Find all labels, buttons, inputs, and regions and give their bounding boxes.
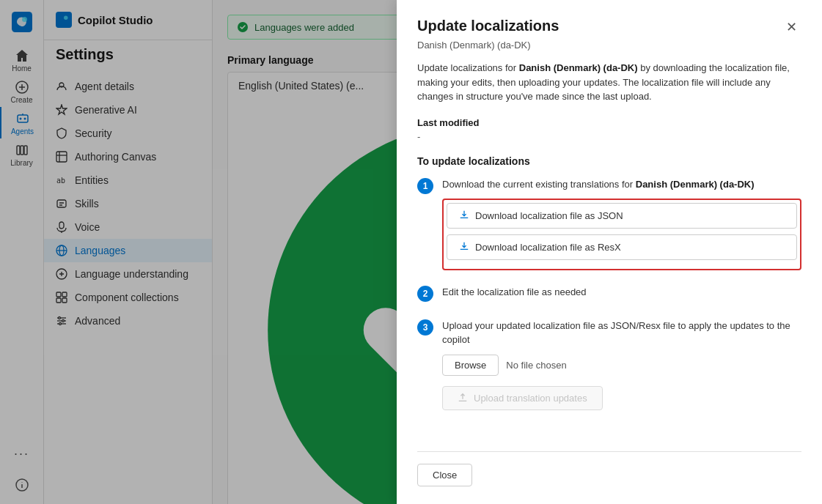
upload-translation-button[interactable]: Upload translation updates <box>442 386 603 410</box>
step-3-number: 3 <box>417 319 433 336</box>
download-json-button[interactable]: Download localization file as JSON <box>447 203 797 229</box>
modal-close-footer-button[interactable]: Close <box>417 464 472 486</box>
upload-icon <box>458 393 468 403</box>
step-3: 3 Upload your updated localization file … <box>417 319 801 410</box>
to-update-label: To update localizations <box>417 155 801 167</box>
no-file-text: No file chosen <box>506 360 566 371</box>
modal-header: Update localizations ✕ <box>417 18 801 37</box>
modal-close-button[interactable]: ✕ <box>782 18 801 37</box>
browse-row: Browse No file chosen <box>442 355 801 376</box>
step-2-text: Edit the localization file as needed <box>442 285 801 300</box>
step-2-content: Edit the localization file as needed <box>442 285 801 307</box>
step-1-content: Download the current existing translatio… <box>442 177 801 274</box>
modal-title: Update localizations <box>417 18 559 34</box>
modal-subtitle: Danish (Denmark) (da-DK) <box>417 40 801 51</box>
step-2-number: 2 <box>417 286 433 302</box>
download-buttons-wrapper: Download localization file as JSON Downl… <box>442 199 801 270</box>
modal-description: Update localizations for Danish (Denmark… <box>417 61 801 104</box>
step-1-text: Download the current existing translatio… <box>442 177 801 192</box>
step-1-number: 1 <box>417 178 433 194</box>
step-3-text: Upload your updated localization file as… <box>442 319 801 347</box>
download-json-icon <box>459 210 469 222</box>
last-modified-value: - <box>417 131 801 142</box>
modal-overlay: Update localizations ✕ Danish (Denmark) … <box>0 0 822 504</box>
step-1: 1 Download the current existing translat… <box>417 177 801 274</box>
step-2: 2 Edit the localization file as needed <box>417 285 801 307</box>
download-resx-icon <box>459 241 469 253</box>
step-3-content: Upload your updated localization file as… <box>442 319 801 410</box>
browse-button[interactable]: Browse <box>442 355 499 376</box>
modal-footer: Close <box>417 451 801 486</box>
download-resx-button[interactable]: Download localization file as ResX <box>447 234 797 260</box>
last-modified-label: Last modified <box>417 117 801 128</box>
modal-panel: Update localizations ✕ Danish (Denmark) … <box>397 0 822 504</box>
